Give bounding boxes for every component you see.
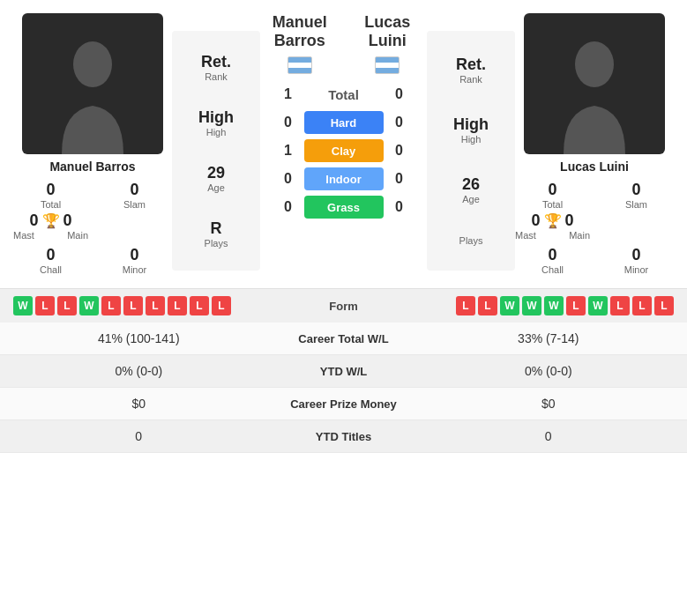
clay-row: 1 Clay 0	[269, 139, 418, 162]
player1-main-label: Main	[67, 230, 88, 241]
total-row: 1 Total 0	[269, 86, 418, 102]
grass-p2: 0	[391, 199, 408, 215]
stats-label-2: Career Prize Money	[265, 397, 423, 411]
player2-plays-label: Plays	[459, 235, 483, 246]
player1-mast-label: Mast	[13, 230, 34, 241]
center-player2-name: Lucas Luini	[357, 13, 419, 50]
stats-label-0: Career Total W/L	[265, 332, 423, 345]
player2-slam-label: Slam	[599, 199, 674, 210]
player2-minor-value: 0	[599, 246, 674, 264]
player1-card: Manuel Barros 0 Total 0 Slam 0 🏆 0 Mast …	[13, 13, 172, 275]
player2-rank-label: Rank	[456, 74, 486, 85]
stats-row: 0% (0-0) YTD W/L 0% (0-0)	[0, 355, 687, 388]
hard-row: 0 Hard 0	[269, 111, 418, 134]
form-row: WLLWLLLLLL Form LLWWWLWLLL	[0, 289, 687, 323]
player1-minor-value: 0	[97, 246, 172, 264]
player2-form-badges: LLWWWLWLLL	[388, 296, 675, 315]
form-badge-p2: L	[654, 296, 674, 315]
form-badge-p2: L	[566, 296, 586, 315]
indoor-row: 0 Indoor 0	[269, 167, 418, 190]
grass-badge: Grass	[304, 196, 384, 219]
player1-chall-value: 0	[13, 246, 88, 264]
form-badge-p2: L	[632, 296, 652, 315]
stats-label-3: YTD Titles	[265, 430, 423, 443]
center-comparison: Manuel Barros Lucas Luini 1 Total 0 0 Ha…	[260, 13, 427, 275]
player1-age-value: 29	[207, 164, 225, 182]
player1-chall-label: Chall	[13, 264, 88, 275]
stats-row: $0 Career Prize Money $0	[0, 388, 687, 420]
form-label: Form	[309, 300, 379, 313]
form-badge-p1: L	[35, 296, 55, 315]
player2-card: Lucas Luini 0 Total 0 Slam 0 🏆 0 Mast Ma…	[515, 13, 674, 275]
player2-total-value: 0	[515, 181, 590, 199]
form-badge-p1: L	[57, 296, 77, 315]
clay-p2: 0	[391, 143, 408, 159]
player1-main-value: 0	[63, 212, 72, 230]
form-badge-p1: W	[13, 296, 33, 315]
clay-p1: 1	[280, 143, 297, 159]
player2-total-label: Total	[515, 199, 590, 210]
player2-chall-label: Chall	[515, 264, 590, 275]
form-badge-p2: L	[610, 296, 630, 315]
player1-slam-label: Slam	[97, 199, 172, 210]
player2-avatar	[524, 13, 665, 154]
stats-right-0: 33% (7-14)	[423, 331, 675, 345]
player1-total-value: 0	[13, 181, 88, 199]
form-badge-p1: W	[79, 296, 99, 315]
stats-left-1: 0% (0-0)	[13, 364, 265, 378]
player2-high-label: High	[453, 134, 489, 145]
player2-flag	[357, 54, 419, 74]
player2-main-value: 0	[565, 212, 574, 230]
player1-avatar	[22, 13, 163, 154]
bottom-section: WLLWLLLLLL Form LLWWWLWLLL 41% (100-141)…	[0, 288, 687, 453]
player1-mid-stats: Ret. Rank High High 29 Age R Plays	[172, 31, 260, 271]
grass-p1: 0	[280, 199, 297, 215]
clay-badge: Clay	[304, 139, 384, 162]
player1-slam-value: 0	[97, 181, 172, 199]
svg-point-0	[73, 41, 112, 87]
form-badge-p2: L	[478, 296, 497, 315]
player1-plays-value: R	[205, 219, 228, 238]
indoor-p1: 0	[280, 171, 297, 187]
player2-trophy-icon: 🏆	[544, 212, 562, 229]
total-label: Total	[304, 87, 384, 102]
player2-main-label: Main	[569, 230, 590, 241]
stats-right-3: 0	[423, 429, 675, 443]
player1-minor-label: Minor	[97, 264, 172, 275]
player1-rank-label: Rank	[201, 71, 231, 82]
player1-total-label: Total	[13, 199, 88, 210]
player1-high-value: High	[198, 108, 234, 127]
player1-high-label: High	[198, 127, 234, 137]
player1-age-label: Age	[207, 182, 225, 193]
stats-right-1: 0% (0-0)	[423, 364, 675, 378]
player2-mast-value: 0	[531, 212, 540, 230]
stats-left-0: 41% (100-141)	[13, 331, 265, 345]
stats-left-2: $0	[13, 397, 265, 411]
form-badge-p2: L	[456, 296, 475, 315]
hard-badge: Hard	[304, 111, 384, 134]
stats-row: 41% (100-141) Career Total W/L 33% (7-14…	[0, 323, 687, 355]
player2-minor-label: Minor	[599, 264, 674, 275]
hard-p1: 0	[280, 115, 297, 130]
indoor-p2: 0	[391, 171, 408, 187]
player1-flag	[269, 54, 331, 74]
svg-point-1	[575, 41, 614, 87]
player2-age-label: Age	[462, 194, 480, 204]
player1-trophy-icon: 🏆	[42, 212, 60, 229]
player2-age-value: 26	[462, 175, 480, 194]
player2-stats: 0 Total 0 Slam 0 🏆 0 Mast Main	[515, 181, 674, 275]
player2-rank-value: Ret.	[456, 56, 486, 74]
player2-high-value: High	[453, 115, 489, 134]
form-badge-p1: L	[101, 296, 121, 315]
form-badge-p2: W	[522, 296, 541, 315]
indoor-badge: Indoor	[304, 167, 384, 190]
center-player1-name: Manuel Barros	[269, 13, 331, 50]
stats-left-3: 0	[13, 429, 265, 443]
form-badge-p2: W	[500, 296, 519, 315]
player1-rank-value: Ret.	[201, 53, 231, 71]
player2-chall-value: 0	[515, 246, 590, 264]
form-badge-p2: W	[544, 296, 564, 315]
form-badge-p1: L	[212, 296, 231, 315]
form-badge-p2: W	[588, 296, 608, 315]
hard-p2: 0	[391, 115, 408, 130]
